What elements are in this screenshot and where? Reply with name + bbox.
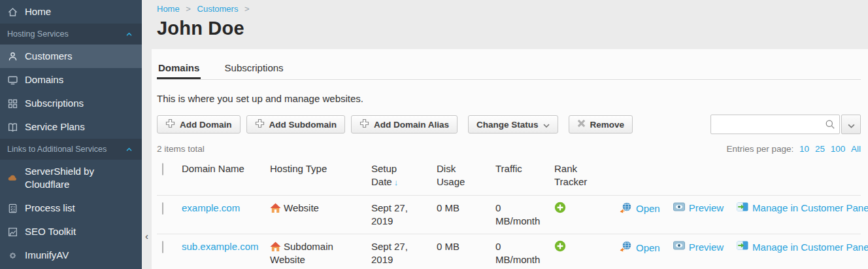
manage-panel-icon <box>737 240 748 254</box>
section-label: Links to Additional Services <box>7 145 107 154</box>
col-header-disk-usage[interactable]: Disk Usage <box>437 162 495 189</box>
page-size-10[interactable]: 10 <box>799 144 809 154</box>
manage-panel-icon <box>737 202 748 215</box>
manage-in-customer-panel-link[interactable]: Manage in Customer Panel <box>737 202 868 215</box>
tab-domains[interactable]: Domains <box>157 62 201 79</box>
sort-descending-icon: ↓ <box>394 177 399 187</box>
preview-eye-icon <box>673 240 685 254</box>
remove-button[interactable]: Remove <box>569 115 633 134</box>
sidebar-item-label: ImunifyAV <box>25 249 69 262</box>
sidebar-item-seo-toolkit[interactable]: SEO Toolkit <box>0 220 142 243</box>
sidebar-item-subscriptions[interactable]: Subscriptions <box>0 92 142 115</box>
sidebar-item-label: Home <box>25 5 51 18</box>
add-subdomain-button[interactable]: Add Subdomain <box>246 115 346 134</box>
plus-icon <box>359 118 369 130</box>
list-info-bar: 2 items total Entries per page: 10 25 10… <box>157 144 861 154</box>
imunifyav-gear-icon <box>7 250 25 261</box>
breadcrumb-home-link[interactable]: Home <box>157 4 180 14</box>
domains-table: Domain Name Hosting Type Setup Date↓ Dis… <box>157 158 861 269</box>
website-house-icon <box>270 203 281 213</box>
manage-in-customer-panel-link[interactable]: Manage in Customer Panel <box>737 240 868 254</box>
tab-subscriptions[interactable]: Subscriptions <box>224 62 285 79</box>
sidebar-item-label: Service Plans <box>25 120 85 134</box>
col-header-domain-name[interactable]: Domain Name <box>182 162 270 175</box>
sidebar-item-domains[interactable]: Domains <box>0 68 142 92</box>
page-size-25[interactable]: 25 <box>815 144 825 154</box>
row-checkbox[interactable] <box>162 202 163 215</box>
sidebar-item-label: Subscriptions <box>25 97 84 110</box>
sidebar-section-links-additional-services[interactable]: Links to Additional Services <box>0 139 142 160</box>
domain-link[interactable]: sub.example.com <box>182 241 259 252</box>
col-header-traffic[interactable]: Traffic <box>495 162 554 175</box>
page-size-all[interactable]: All <box>851 144 861 154</box>
collapse-chevron-icon: ‹ <box>145 230 148 242</box>
change-status-button[interactable]: Change Status <box>468 115 558 134</box>
rank-tracker-cell <box>554 202 620 217</box>
subscriptions-icon <box>7 98 25 109</box>
sidebar-section-hosting-services[interactable]: Hosting Services <box>0 24 142 45</box>
sidebar-item-label: Domains <box>25 73 63 86</box>
sidebar-item-servershield[interactable]: ServerShield by Cloudflare <box>0 160 142 196</box>
process-list-icon <box>7 203 25 214</box>
chevron-up-icon <box>125 145 133 154</box>
breadcrumb: Home > Customers > <box>157 4 858 14</box>
chevron-down-icon <box>543 120 550 130</box>
row-checkbox[interactable] <box>162 241 163 253</box>
sidebar-item-home[interactable]: Home <box>0 0 142 24</box>
traffic-cell: 0 MB/month <box>495 240 554 267</box>
sidebar-item-label: ServerShield by Cloudflare <box>25 165 137 192</box>
table-row: sub.example.com Subdomain Website Sept 2… <box>157 234 861 269</box>
breadcrumb-customers-link[interactable]: Customers <box>197 4 239 14</box>
table-row: example.com Website Sept 27, 2019 0 MB 0… <box>157 196 861 235</box>
sidebar-item-service-plans[interactable]: Service Plans <box>0 115 142 139</box>
col-header-rank-tracker[interactable]: Rank Tracker <box>554 162 620 189</box>
setup-date-cell: Sept 27, 2019 <box>371 202 437 228</box>
disk-usage-cell: 0 MB <box>437 240 495 253</box>
page-header: Home > Customers > John Doe <box>142 0 868 39</box>
page-description: This is where you set up and manage webs… <box>157 93 861 104</box>
remove-x-icon <box>577 119 586 130</box>
preview-link[interactable]: Preview <box>673 202 724 215</box>
domains-icon <box>7 75 25 86</box>
open-link[interactable]: Open <box>620 202 660 217</box>
section-label: Hosting Services <box>7 29 69 39</box>
tab-bar: Domains Subscriptions <box>157 62 861 80</box>
sidebar-collapse-handle[interactable]: ‹ <box>142 226 152 245</box>
hosting-type-cell: Subdomain Website <box>270 240 371 267</box>
chevron-down-icon <box>848 119 855 130</box>
disk-usage-cell: 0 MB <box>437 202 495 215</box>
sidebar-item-customers[interactable]: Customers <box>0 45 142 68</box>
plus-icon <box>165 118 175 130</box>
preview-link[interactable]: Preview <box>673 240 724 254</box>
open-link[interactable]: Open <box>620 240 660 255</box>
row-actions: Open Preview Manage in Customer Panel <box>620 240 868 255</box>
sidebar-item-imunifyav[interactable]: ImunifyAV <box>0 243 142 267</box>
home-icon <box>7 7 25 18</box>
rank-tracker-cell <box>554 240 620 255</box>
search-input[interactable] <box>710 115 840 134</box>
add-domain-button[interactable]: Add Domain <box>157 115 241 134</box>
col-header-setup-date[interactable]: Setup Date↓ <box>371 162 437 189</box>
search-icon <box>825 119 835 132</box>
add-domain-alias-button[interactable]: Add Domain Alias <box>351 115 458 134</box>
page-size-100[interactable]: 100 <box>831 144 846 154</box>
add-rank-tracker-icon[interactable] <box>554 204 566 215</box>
sidebar: Home Hosting Services Customers Domains … <box>0 0 142 269</box>
toolbar: Add Domain Add Subdomain Add Domain Alia… <box>157 115 861 134</box>
col-header-hosting-type[interactable]: Hosting Type <box>270 162 371 175</box>
chevron-up-icon <box>125 29 133 39</box>
add-rank-tracker-icon[interactable] <box>554 243 566 254</box>
entries-per-page-label: Entries per page: <box>727 144 794 154</box>
select-all-checkbox[interactable] <box>162 163 163 175</box>
subdomain-house-icon <box>270 242 281 252</box>
domain-link[interactable]: example.com <box>182 202 240 213</box>
table-header-row: Domain Name Hosting Type Setup Date↓ Dis… <box>157 158 861 196</box>
sidebar-item-label: SEO Toolkit <box>25 225 76 238</box>
sidebar-item-label: Process list <box>25 202 75 215</box>
sidebar-item-process-list[interactable]: Process list <box>0 196 142 220</box>
search-group <box>710 115 861 134</box>
open-globe-icon <box>620 240 632 255</box>
main-area: ‹ Home > Customers > John Doe Domains Su… <box>142 0 868 269</box>
search-options-dropdown[interactable] <box>841 115 861 134</box>
cloudflare-cloud-icon <box>7 173 25 184</box>
